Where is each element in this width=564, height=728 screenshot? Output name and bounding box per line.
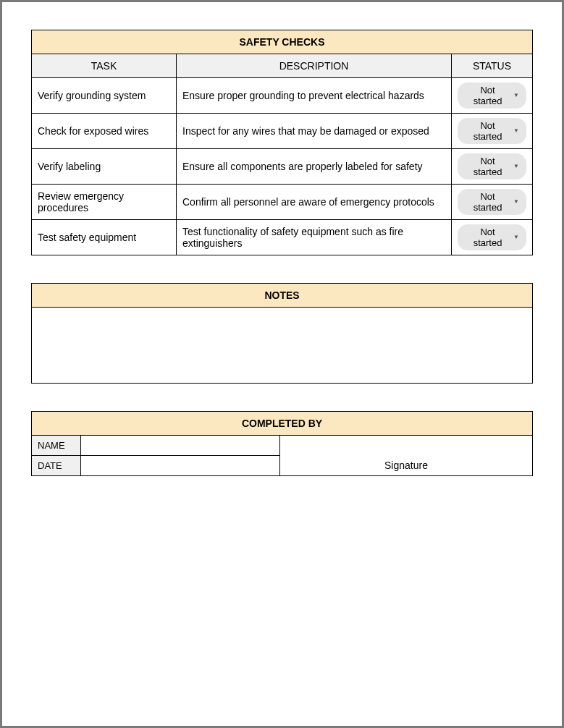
- signature-label: Signature: [384, 460, 428, 471]
- chevron-down-icon: ▼: [513, 234, 519, 240]
- task-cell: Verify labeling: [32, 149, 177, 185]
- description-cell: Test functionality of safety equipment s…: [177, 220, 452, 255]
- col-header-status: STATUS: [452, 54, 533, 78]
- col-header-description: DESCRIPTION: [177, 54, 452, 78]
- name-field[interactable]: [81, 436, 280, 456]
- col-header-task: TASK: [32, 54, 177, 78]
- task-cell: Check for exposed wires: [32, 114, 177, 149]
- description-cell: Ensure proper grounding to prevent elect…: [177, 78, 452, 114]
- notes-table: NOTES: [31, 283, 533, 384]
- safety-checks-title: SAFETY CHECKS: [32, 30, 533, 54]
- table-row: Verify grounding system Ensure proper gr…: [32, 78, 533, 114]
- date-label: DATE: [32, 456, 81, 476]
- name-row: NAME Signature: [32, 436, 533, 456]
- name-label: NAME: [32, 436, 81, 456]
- table-row: Check for exposed wires Inspect for any …: [32, 114, 533, 149]
- table-row: Verify labeling Ensure all components ar…: [32, 149, 533, 185]
- spacer: [31, 255, 533, 283]
- notes-title: NOTES: [32, 284, 533, 308]
- task-cell: Verify grounding system: [32, 78, 177, 114]
- signature-cell[interactable]: Signature: [280, 436, 533, 476]
- completed-by-title: COMPLETED BY: [32, 412, 533, 436]
- status-cell: Not started ▼: [452, 78, 533, 114]
- completed-by-table: COMPLETED BY NAME Signature DATE: [31, 411, 533, 476]
- table-row: Review emergency procedures Confirm all …: [32, 185, 533, 220]
- description-cell: Ensure all components are properly label…: [177, 149, 452, 185]
- status-dropdown[interactable]: Not started ▼: [458, 118, 526, 144]
- status-cell: Not started ▼: [452, 185, 533, 220]
- notes-body[interactable]: [32, 308, 533, 384]
- status-label: Not started: [466, 227, 509, 248]
- table-title-row: COMPLETED BY: [32, 412, 533, 436]
- status-cell: Not started ▼: [452, 220, 533, 255]
- status-dropdown[interactable]: Not started ▼: [458, 82, 526, 109]
- document-page: SAFETY CHECKS TASK DESCRIPTION STATUS Ve…: [0, 0, 564, 728]
- table-row: Test safety equipment Test functionality…: [32, 220, 533, 255]
- notes-body-row: [32, 308, 533, 384]
- chevron-down-icon: ▼: [513, 164, 519, 169]
- status-label: Not started: [466, 156, 509, 177]
- status-dropdown[interactable]: Not started ▼: [458, 153, 526, 179]
- chevron-down-icon: ▼: [513, 93, 519, 98]
- task-cell: Test safety equipment: [32, 220, 177, 255]
- chevron-down-icon: ▼: [513, 199, 519, 205]
- chevron-down-icon: ▼: [513, 128, 519, 134]
- table-header-row: TASK DESCRIPTION STATUS: [32, 54, 533, 78]
- safety-checks-table: SAFETY CHECKS TASK DESCRIPTION STATUS Ve…: [31, 30, 533, 255]
- status-label: Not started: [466, 191, 509, 213]
- date-field[interactable]: [81, 456, 280, 476]
- status-dropdown[interactable]: Not started ▼: [458, 224, 526, 250]
- spacer: [31, 384, 533, 411]
- status-label: Not started: [466, 85, 509, 106]
- table-title-row: NOTES: [32, 284, 533, 308]
- table-title-row: SAFETY CHECKS: [32, 30, 533, 54]
- description-cell: Inspect for any wires that may be damage…: [177, 114, 452, 149]
- task-cell: Review emergency procedures: [32, 185, 177, 220]
- status-dropdown[interactable]: Not started ▼: [458, 189, 526, 215]
- description-cell: Confirm all personnel are aware of emerg…: [177, 185, 452, 220]
- status-cell: Not started ▼: [452, 114, 533, 149]
- status-cell: Not started ▼: [452, 149, 533, 185]
- status-label: Not started: [466, 120, 509, 142]
